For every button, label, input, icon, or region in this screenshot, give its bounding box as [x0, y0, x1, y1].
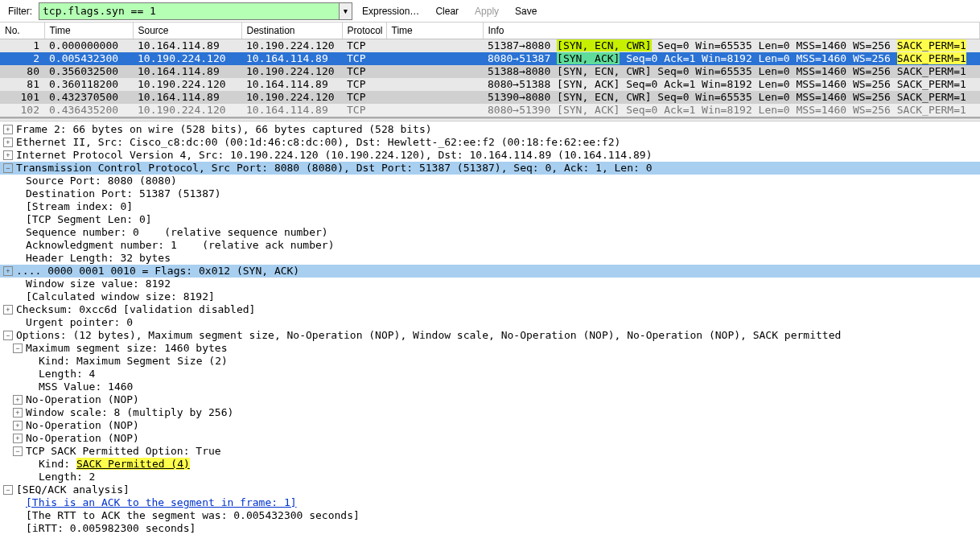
expand-icon[interactable]: +: [3, 150, 13, 160]
field-sack-len[interactable]: Length: 2: [0, 471, 980, 483]
collapse-icon[interactable]: −: [13, 446, 23, 456]
expression-button[interactable]: Expression…: [356, 4, 426, 19]
field-seg-len[interactable]: [TCP Segment Len: 0]: [0, 213, 980, 226]
col-no[interactable]: No.: [0, 23, 44, 39]
packet-row[interactable]: 1010.43237050010.164.114.8910.190.224.12…: [0, 91, 980, 104]
field-src-port[interactable]: Source Port: 8080 (8080): [0, 175, 980, 187]
col-time[interactable]: Time: [44, 23, 133, 39]
tree-sack-perm[interactable]: −TCP SACK Permitted Option: True: [0, 445, 980, 458]
field-sack-kind[interactable]: Kind: SACK Permitted (4): [0, 458, 980, 471]
field-mss-len[interactable]: Length: 4: [0, 368, 980, 381]
collapse-icon[interactable]: −: [3, 331, 13, 340]
tree-nop3[interactable]: +No-Operation (NOP): [0, 432, 980, 445]
field-seq[interactable]: Sequence number: 0 (relative sequence nu…: [0, 226, 980, 239]
expand-icon[interactable]: +: [13, 421, 23, 430]
tree-options[interactable]: −Options: (12 bytes), Maximum segment si…: [0, 329, 980, 342]
collapse-icon[interactable]: −: [3, 485, 13, 495]
col-info[interactable]: Info: [483, 23, 980, 39]
filter-dropdown-button[interactable]: ▾: [339, 3, 352, 19]
tree-frame[interactable]: +Frame 2: 66 bytes on wire (528 bits), 6…: [0, 123, 980, 136]
field-calc-win[interactable]: [Calculated window size: 8192]: [0, 290, 980, 303]
packet-row[interactable]: 10.00000000010.164.114.8910.190.224.120T…: [0, 39, 980, 53]
field-rtt[interactable]: [The RTT to ACK the segment was: 0.00543…: [0, 509, 980, 522]
tree-nop2[interactable]: +No-Operation (NOP): [0, 419, 980, 432]
tree-checksum[interactable]: +Checksum: 0xcc6d [validation disabled]: [0, 303, 980, 316]
expand-icon[interactable]: +: [13, 408, 23, 418]
tree-wscale[interactable]: +Window scale: 8 (multiply by 256): [0, 406, 980, 419]
tree-flags[interactable]: +.... 0000 0001 0010 = Flags: 0x012 (SYN…: [0, 265, 980, 278]
field-mss-kind[interactable]: Kind: Maximum Segment Size (2): [0, 355, 980, 368]
column-header-row[interactable]: No. Time Source Destination Protocol Tim…: [0, 23, 980, 39]
filter-input-wrap[interactable]: ▾: [39, 2, 352, 20]
packet-details-pane: +Frame 2: 66 bytes on wire (528 bits), 6…: [0, 121, 980, 537]
packet-row[interactable]: 20.00543230010.190.224.12010.164.114.89T…: [0, 52, 980, 65]
expand-icon[interactable]: +: [3, 266, 13, 276]
filter-toolbar: Filter: ▾ Expression… Clear Apply Save: [0, 0, 980, 23]
field-urgent[interactable]: Urgent pointer: 0: [0, 316, 980, 329]
field-stream-index[interactable]: [Stream index: 0]: [0, 200, 980, 213]
field-mss-val[interactable]: MSS Value: 1460: [0, 381, 980, 393]
tree-ethernet[interactable]: +Ethernet II, Src: Cisco_c8:dc:00 (00:1d…: [0, 136, 980, 149]
expand-icon[interactable]: +: [3, 138, 13, 147]
field-header-len[interactable]: Header Length: 32 bytes: [0, 252, 980, 265]
tree-tcp[interactable]: −Transmission Control Protocol, Src Port…: [0, 162, 980, 175]
col-dest[interactable]: Destination: [241, 23, 342, 39]
col-time2[interactable]: Time: [386, 23, 483, 39]
col-source[interactable]: Source: [133, 23, 241, 39]
tree-mss[interactable]: −Maximum segment size: 1460 bytes: [0, 342, 980, 355]
clear-button[interactable]: Clear: [429, 4, 465, 19]
tree-seqack[interactable]: −[SEQ/ACK analysis]: [0, 483, 980, 496]
save-button[interactable]: Save: [509, 4, 543, 19]
field-dst-port[interactable]: Destination Port: 51387 (51387): [0, 187, 980, 200]
field-win[interactable]: Window size value: 8192: [0, 278, 980, 290]
field-irtt[interactable]: [iRTT: 0.005982300 seconds]: [0, 522, 980, 535]
expand-icon[interactable]: +: [13, 395, 23, 405]
col-proto[interactable]: Protocol: [342, 23, 386, 39]
field-ack-link[interactable]: [This is an ACK to the segment in frame:…: [0, 496, 980, 509]
collapse-icon[interactable]: −: [3, 163, 13, 173]
packet-row[interactable]: 800.35603250010.164.114.8910.190.224.120…: [0, 65, 980, 78]
collapse-icon[interactable]: −: [13, 343, 23, 353]
tree-nop1[interactable]: +No-Operation (NOP): [0, 393, 980, 406]
packet-row[interactable]: 810.36011820010.190.224.12010.164.114.89…: [0, 78, 980, 91]
expand-icon[interactable]: +: [13, 434, 23, 443]
packet-row[interactable]: 1020.43643520010.190.224.12010.164.114.8…: [0, 104, 980, 117]
packet-list-pane: No. Time Source Destination Protocol Tim…: [0, 23, 980, 118]
apply-button: Apply: [468, 4, 505, 19]
chevron-down-icon: ▾: [343, 5, 349, 17]
filter-label: Filter:: [5, 6, 35, 17]
field-ack[interactable]: Acknowledgment number: 1 (relative ack n…: [0, 239, 980, 252]
expand-icon[interactable]: +: [3, 125, 13, 134]
tree-ip[interactable]: +Internet Protocol Version 4, Src: 10.19…: [0, 149, 980, 162]
expand-icon[interactable]: +: [3, 305, 13, 315]
filter-input[interactable]: [39, 3, 352, 19]
